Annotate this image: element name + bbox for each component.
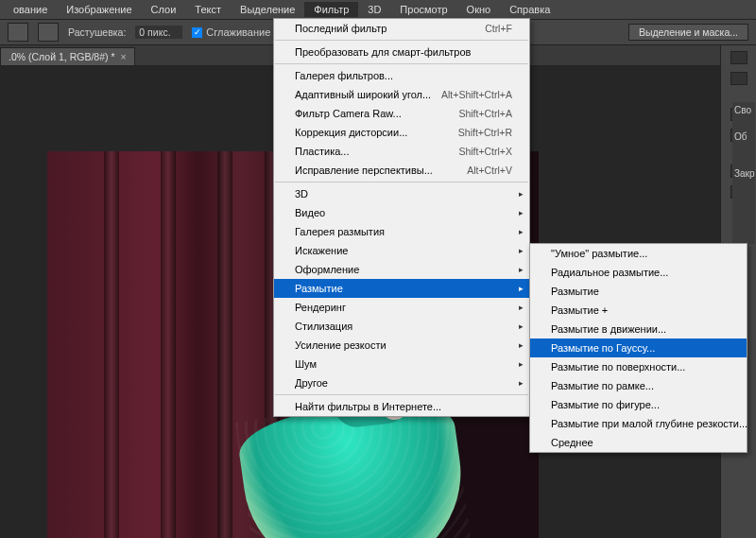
select-and-mask-button[interactable]: Выделение и маска...	[628, 24, 748, 41]
menu-item[interactable]: Исправление перспективы...Alt+Ctrl+V	[274, 161, 529, 180]
menu-item[interactable]: Пластика...Shift+Ctrl+X	[274, 142, 529, 161]
menu-image[interactable]: Изображение	[57, 2, 141, 17]
menu-window[interactable]: Окно	[457, 2, 501, 17]
submenu-item[interactable]: Размытие по фигуре...	[530, 395, 747, 414]
menu-3d[interactable]: 3D	[358, 2, 390, 17]
menu-item[interactable]: Видео	[274, 203, 529, 222]
menu-item[interactable]: 3D	[274, 184, 529, 203]
document-tab[interactable]: .0% (Слой 1, RGB/8#) * ×	[0, 47, 135, 65]
submenu-item[interactable]: Размытие по поверхности...	[530, 357, 747, 376]
menu-item[interactable]: Галерея размытия	[274, 222, 529, 241]
antialias-label: Сглаживание	[206, 26, 270, 38]
submenu-item[interactable]: Среднее	[530, 433, 747, 452]
submenu-item[interactable]: Размытие	[530, 282, 747, 301]
menu-item[interactable]: Адаптивный широкий угол...Alt+Shift+Ctrl…	[274, 85, 529, 104]
selection-mode-icon[interactable]	[8, 23, 28, 42]
menu-select[interactable]: Выделение	[231, 2, 304, 17]
menu-item[interactable]: Фильтр Camera Raw...Shift+Ctrl+A	[274, 104, 529, 123]
menu-item[interactable]: Рендеринг	[274, 298, 529, 317]
panel-tabs[interactable]: Сво Об Закр	[732, 102, 755, 244]
submenu-item[interactable]: Радиальное размытие...	[530, 263, 747, 282]
menu-item[interactable]: Преобразовать для смарт-фильтров	[274, 43, 529, 61]
menu-layers[interactable]: Слои	[142, 2, 186, 17]
close-icon[interactable]: ×	[120, 51, 126, 62]
menu-item[interactable]: Усиление резкости	[274, 336, 529, 355]
submenu-item[interactable]: Размытие по Гауссу...	[530, 338, 747, 357]
feather-label: Растушевка:	[68, 26, 126, 38]
main-menubar: ование Изображение Слои Текст Выделение …	[0, 0, 756, 19]
menu-item[interactable]: Шум	[274, 355, 529, 373]
menu-help[interactable]: Справка	[500, 2, 559, 17]
document-title: .0% (Слой 1, RGB/8#) *	[9, 51, 114, 62]
menu-edit[interactable]: ование	[4, 2, 57, 17]
submenu-item[interactable]: Размытие по рамке...	[530, 376, 747, 395]
menu-item[interactable]: Галерея фильтров...	[274, 66, 529, 85]
menu-item[interactable]: Последний фильтрCtrl+F	[274, 19, 529, 38]
menu-text[interactable]: Текст	[185, 2, 231, 17]
check-icon: ✓	[192, 27, 202, 38]
feather-input[interactable]: 0 пикс.	[135, 26, 182, 39]
submenu-item[interactable]: Размытие при малой глубине резкости...	[530, 414, 747, 433]
panel-icon[interactable]	[730, 72, 747, 85]
antialias-checkbox[interactable]: ✓ Сглаживание	[192, 26, 270, 38]
submenu-item[interactable]: Размытие в движении...	[530, 320, 747, 338]
menu-item[interactable]: Искажение	[274, 241, 529, 260]
panel-icon[interactable]	[730, 51, 747, 64]
selection-mode-icon-2[interactable]	[38, 23, 59, 42]
menu-item[interactable]: Оформление	[274, 260, 529, 279]
submenu-item[interactable]: Размытие +	[530, 301, 747, 320]
menu-item[interactable]: Размытие	[274, 279, 529, 298]
blur-submenu: "Умное" размытие...Радиальное размытие..…	[529, 243, 747, 453]
menu-item[interactable]: Коррекция дисторсии...Shift+Ctrl+R	[274, 123, 529, 142]
menu-item[interactable]: Стилизация	[274, 317, 529, 336]
filter-dropdown: Последний фильтрCtrl+FПреобразовать для …	[273, 18, 530, 417]
menu-filter[interactable]: Фильтр	[304, 2, 358, 17]
submenu-item[interactable]: "Умное" размытие...	[530, 244, 747, 263]
menu-view[interactable]: Просмотр	[390, 2, 456, 17]
menu-item[interactable]: Найти фильтры в Интернете...	[274, 397, 529, 416]
menu-item[interactable]: Другое	[274, 373, 529, 392]
